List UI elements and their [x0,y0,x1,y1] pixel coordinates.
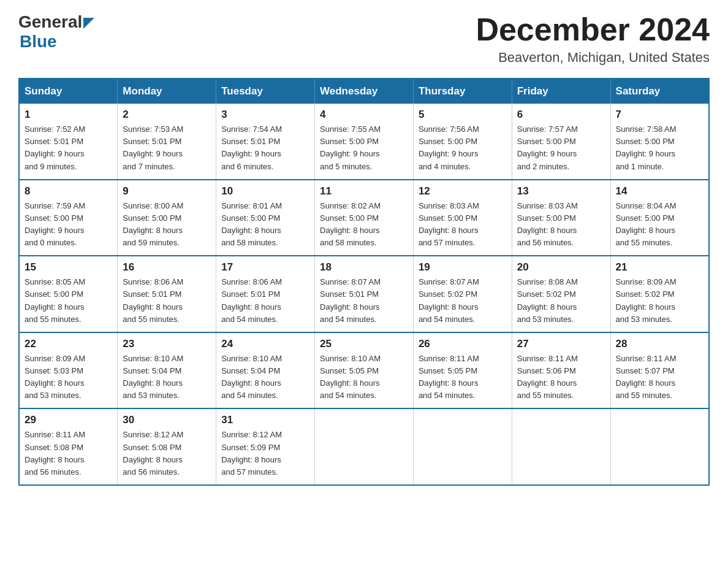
day-info: Sunrise: 8:06 AMSunset: 5:01 PMDaylight:… [221,276,309,326]
calendar-cell: 26 Sunrise: 8:11 AMSunset: 5:05 PMDaylig… [413,332,512,409]
day-number: 3 [221,109,309,121]
day-info: Sunrise: 7:55 AMSunset: 5:00 PMDaylight:… [320,123,408,173]
day-number: 20 [517,261,605,274]
header-day-thursday: Thursday [413,79,512,104]
day-info: Sunrise: 8:10 AMSunset: 5:04 PMDaylight:… [123,353,211,402]
calendar-cell: 16 Sunrise: 8:06 AMSunset: 5:01 PMDaylig… [118,256,216,332]
day-number: 10 [221,185,309,197]
header-day-wednesday: Wednesday [315,79,414,104]
day-number: 2 [123,109,211,121]
header-row: SundayMondayTuesdayWednesdayThursdayFrid… [19,79,709,104]
day-number: 23 [123,338,211,350]
calendar-cell: 17 Sunrise: 8:06 AMSunset: 5:01 PMDaylig… [216,256,315,332]
page-title: December 2024 [476,12,710,47]
title-area: December 2024 Beaverton, Michigan, Unite… [476,12,710,66]
logo: General Blue [18,12,94,52]
day-number: 30 [123,414,211,426]
day-number: 9 [123,185,211,197]
week-row-4: 22 Sunrise: 8:09 AMSunset: 5:03 PMDaylig… [19,332,709,409]
svg-marker-0 [83,18,94,29]
calendar-header: SundayMondayTuesdayWednesdayThursdayFrid… [19,79,709,104]
calendar-cell: 5 Sunrise: 7:56 AMSunset: 5:00 PMDayligh… [413,104,512,180]
calendar-cell [413,408,512,485]
calendar-cell: 15 Sunrise: 8:05 AMSunset: 5:00 PMDaylig… [19,256,118,332]
calendar-cell [512,408,610,485]
header: General Blue December 2024 Beaverton, Mi… [18,12,710,66]
calendar-cell: 29 Sunrise: 8:11 AMSunset: 5:08 PMDaylig… [19,408,118,485]
day-info: Sunrise: 8:11 AMSunset: 5:06 PMDaylight:… [517,353,605,402]
day-number: 1 [25,109,112,121]
calendar-cell: 4 Sunrise: 7:55 AMSunset: 5:00 PMDayligh… [315,104,414,180]
day-info: Sunrise: 7:57 AMSunset: 5:00 PMDaylight:… [517,123,605,173]
day-info: Sunrise: 8:06 AMSunset: 5:01 PMDaylight:… [123,276,211,326]
day-info: Sunrise: 8:03 AMSunset: 5:00 PMDaylight:… [517,200,605,250]
day-info: Sunrise: 8:02 AMSunset: 5:00 PMDaylight:… [320,200,408,250]
calendar-cell: 30 Sunrise: 8:12 AMSunset: 5:08 PMDaylig… [118,408,216,485]
week-row-1: 1 Sunrise: 7:52 AMSunset: 5:01 PMDayligh… [19,104,709,180]
calendar-cell: 24 Sunrise: 8:10 AMSunset: 5:04 PMDaylig… [216,332,315,409]
calendar-cell: 13 Sunrise: 8:03 AMSunset: 5:00 PMDaylig… [512,180,610,256]
day-info: Sunrise: 8:09 AMSunset: 5:02 PMDaylight:… [616,276,703,326]
week-row-2: 8 Sunrise: 7:59 AMSunset: 5:00 PMDayligh… [19,180,709,256]
calendar-cell: 6 Sunrise: 7:57 AMSunset: 5:00 PMDayligh… [512,104,610,180]
calendar-cell: 25 Sunrise: 8:10 AMSunset: 5:05 PMDaylig… [315,332,414,409]
header-day-friday: Friday [512,79,610,104]
calendar-cell: 18 Sunrise: 8:07 AMSunset: 5:01 PMDaylig… [315,256,414,332]
calendar-table: SundayMondayTuesdayWednesdayThursdayFrid… [18,78,710,486]
day-info: Sunrise: 7:58 AMSunset: 5:00 PMDaylight:… [616,123,703,173]
logo-arrow-icon [83,18,94,29]
day-info: Sunrise: 8:11 AMSunset: 5:05 PMDaylight:… [419,353,507,402]
calendar-cell: 19 Sunrise: 8:07 AMSunset: 5:02 PMDaylig… [413,256,512,332]
day-info: Sunrise: 7:56 AMSunset: 5:00 PMDaylight:… [419,123,507,173]
day-info: Sunrise: 7:52 AMSunset: 5:01 PMDaylight:… [25,123,112,173]
day-number: 13 [517,185,605,197]
day-number: 21 [616,261,703,274]
calendar-cell [315,408,414,485]
day-number: 17 [221,261,309,274]
day-number: 18 [320,261,408,274]
day-info: Sunrise: 8:10 AMSunset: 5:04 PMDaylight:… [221,353,309,402]
day-number: 4 [320,109,408,121]
calendar-cell: 12 Sunrise: 8:03 AMSunset: 5:00 PMDaylig… [413,180,512,256]
calendar-cell: 27 Sunrise: 8:11 AMSunset: 5:06 PMDaylig… [512,332,610,409]
week-row-3: 15 Sunrise: 8:05 AMSunset: 5:00 PMDaylig… [19,256,709,332]
day-info: Sunrise: 8:12 AMSunset: 5:08 PMDaylight:… [123,429,211,478]
calendar-cell: 20 Sunrise: 8:08 AMSunset: 5:02 PMDaylig… [512,256,610,332]
day-info: Sunrise: 8:07 AMSunset: 5:01 PMDaylight:… [320,276,408,326]
day-info: Sunrise: 8:12 AMSunset: 5:09 PMDaylight:… [221,429,309,478]
day-info: Sunrise: 8:11 AMSunset: 5:08 PMDaylight:… [25,429,112,478]
day-info: Sunrise: 8:07 AMSunset: 5:02 PMDaylight:… [419,276,507,326]
calendar-cell: 28 Sunrise: 8:11 AMSunset: 5:07 PMDaylig… [610,332,709,409]
header-day-monday: Monday [118,79,216,104]
week-row-5: 29 Sunrise: 8:11 AMSunset: 5:08 PMDaylig… [19,408,709,485]
calendar-body: 1 Sunrise: 7:52 AMSunset: 5:01 PMDayligh… [19,104,709,485]
day-number: 19 [419,261,507,274]
calendar-cell: 3 Sunrise: 7:54 AMSunset: 5:01 PMDayligh… [216,104,315,180]
day-info: Sunrise: 8:05 AMSunset: 5:00 PMDaylight:… [25,276,112,326]
calendar-cell: 9 Sunrise: 8:00 AMSunset: 5:00 PMDayligh… [118,180,216,256]
day-number: 29 [25,414,112,426]
day-info: Sunrise: 8:09 AMSunset: 5:03 PMDaylight:… [25,353,112,402]
calendar-cell: 7 Sunrise: 7:58 AMSunset: 5:00 PMDayligh… [610,104,709,180]
day-number: 8 [25,185,112,197]
calendar-cell: 22 Sunrise: 8:09 AMSunset: 5:03 PMDaylig… [19,332,118,409]
day-info: Sunrise: 8:10 AMSunset: 5:05 PMDaylight:… [320,353,408,402]
calendar-cell: 8 Sunrise: 7:59 AMSunset: 5:00 PMDayligh… [19,180,118,256]
day-number: 12 [419,185,507,197]
day-number: 27 [517,338,605,350]
day-info: Sunrise: 8:00 AMSunset: 5:00 PMDaylight:… [123,200,211,250]
header-day-sunday: Sunday [19,79,118,104]
logo-general-text: General [18,12,82,32]
header-day-saturday: Saturday [610,79,709,104]
calendar-cell: 2 Sunrise: 7:53 AMSunset: 5:01 PMDayligh… [118,104,216,180]
page-subtitle: Beaverton, Michigan, United States [476,50,710,66]
calendar-cell: 11 Sunrise: 8:02 AMSunset: 5:00 PMDaylig… [315,180,414,256]
day-info: Sunrise: 7:53 AMSunset: 5:01 PMDaylight:… [123,123,211,173]
logo-blue-text: Blue [20,32,57,52]
day-number: 15 [25,261,112,274]
day-info: Sunrise: 8:11 AMSunset: 5:07 PMDaylight:… [616,353,703,402]
day-info: Sunrise: 8:08 AMSunset: 5:02 PMDaylight:… [517,276,605,326]
day-number: 11 [320,185,408,197]
day-number: 16 [123,261,211,274]
day-number: 6 [517,109,605,121]
